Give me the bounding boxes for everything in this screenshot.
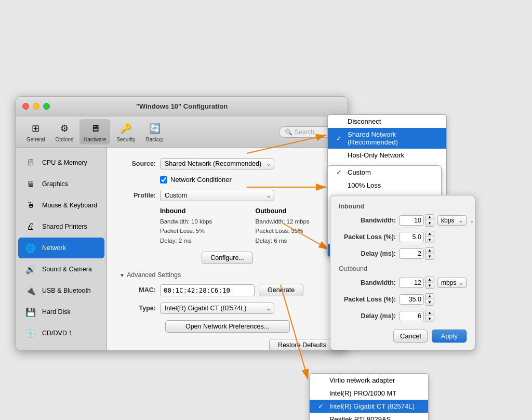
inbound-details: Bandwidth: 10 kbps Packet Loss: 5% Delay… bbox=[160, 217, 240, 245]
sidebar-item-network[interactable]: 🌐 Network bbox=[18, 238, 104, 258]
inbound-col: Inbound Bandwidth: 10 kbps Packet Loss: … bbox=[160, 207, 240, 245]
inbound-packetloss-input[interactable] bbox=[399, 232, 424, 242]
popup-disconnect[interactable]: Disconnect bbox=[328, 115, 446, 128]
conditioner-checkbox[interactable] bbox=[160, 176, 167, 183]
outbound-packetloss-up[interactable]: ▲ bbox=[425, 294, 434, 299]
inbound-delay-down[interactable]: ▼ bbox=[425, 254, 434, 259]
inbound-bandwidth-unit[interactable]: kbps mbps bbox=[437, 215, 467, 226]
outbound-delay-down[interactable]: ▼ bbox=[425, 316, 434, 322]
options-icon: ⚙ bbox=[57, 121, 72, 136]
source-select[interactable]: Shared Network (Recommended) bbox=[160, 158, 274, 169]
toolbar-options[interactable]: ⚙ Options bbox=[51, 119, 77, 145]
popup-type-virtio[interactable]: Virtio network adapter bbox=[310, 374, 428, 387]
type-dropdown-popup: Virtio network adapter Intel(R) PRO/1000… bbox=[309, 373, 429, 420]
popup-profile-custom[interactable]: ✓ Custom bbox=[328, 166, 441, 179]
conditioner-label: Network Conditioner bbox=[170, 176, 232, 183]
profile-row: Profile: Custom bbox=[119, 190, 335, 201]
sidebar-item-mouse-keyboard[interactable]: 🖱 Mouse & Keyboard bbox=[18, 195, 104, 216]
outbound-section-label: Outbound bbox=[339, 265, 467, 272]
hard-disk-icon: 💾 bbox=[23, 305, 38, 319]
sidebar-item-cddvd1[interactable]: 💿 CD/DVD 1 bbox=[18, 323, 104, 344]
inbound-packetloss-up[interactable]: ▲ bbox=[425, 231, 434, 237]
outbound-delay-input[interactable] bbox=[399, 311, 424, 321]
main-window: "Windows 10" Configuration ⊞ General ⚙ O… bbox=[16, 96, 348, 351]
sidebar-item-cpu-memory[interactable]: 🖥 CPU & Memory bbox=[18, 152, 104, 173]
hardware-icon: 🖥 bbox=[88, 121, 102, 136]
sidebar-item-graphics[interactable]: 🖥 Graphics bbox=[18, 174, 104, 194]
inbound-bandwidth-up[interactable]: ▲ bbox=[425, 215, 434, 220]
outbound-delay: Delay: 6 ms bbox=[256, 236, 336, 245]
toolbar-general[interactable]: ⊞ General bbox=[22, 119, 49, 145]
toolbar-hardware-label: Hardware bbox=[84, 137, 106, 142]
minimize-button[interactable] bbox=[33, 103, 39, 110]
network-icon: 🌐 bbox=[23, 241, 38, 255]
mac-row: MAC: Generate bbox=[119, 284, 335, 296]
sidebar-label-cpu-memory: CPU & Memory bbox=[42, 159, 87, 166]
type-select-wrapper: Intel(R) Gigabit CT (82574L) bbox=[160, 303, 274, 314]
outbound-packetloss-stepper: ▲ ▼ bbox=[399, 293, 434, 306]
outbound-delay-up[interactable]: ▲ bbox=[425, 310, 434, 316]
restore-defaults-button[interactable]: Restore Defaults bbox=[269, 339, 335, 350]
toolbar-security[interactable]: 🔑 Security bbox=[112, 119, 139, 145]
source-select-wrapper: Shared Network (Recommended) bbox=[160, 158, 274, 169]
inbound-packetloss-down[interactable]: ▼ bbox=[425, 237, 434, 243]
profile-select[interactable]: Custom bbox=[160, 190, 274, 201]
popup-profile-100loss[interactable]: 100% Loss bbox=[328, 179, 441, 192]
toolbar-general-label: General bbox=[26, 137, 45, 142]
type-select[interactable]: Intel(R) Gigabit CT (82574L) bbox=[160, 303, 274, 314]
window-body: 🖥 CPU & Memory 🖥 Graphics 🖱 Mouse & Keyb… bbox=[16, 148, 348, 350]
outbound-packetloss-input[interactable] bbox=[399, 294, 424, 305]
outbound-bandwidth-up[interactable]: ▲ bbox=[425, 277, 434, 283]
sidebar-item-usb-bluetooth[interactable]: 🔌 USB & Bluetooth bbox=[18, 280, 104, 301]
advanced-triangle-icon: ▼ bbox=[119, 272, 125, 278]
outbound-bandwidth-down[interactable]: ▼ bbox=[425, 283, 434, 288]
open-prefs-button[interactable]: Open Network Preferences... bbox=[165, 320, 290, 333]
popup-type-intel-pro[interactable]: Intel(R) PRO/1000 MT bbox=[310, 387, 428, 400]
inbound-bandwidth-stepper: ▲ ▼ bbox=[399, 214, 434, 227]
popup-host-only[interactable]: Host-Only Network bbox=[328, 149, 446, 162]
outbound-bandwidth-stepper: ▲ ▼ bbox=[399, 277, 434, 289]
configure-inbound-delay-label: Delay (ms): bbox=[339, 250, 396, 257]
cddvd1-icon: 💿 bbox=[23, 326, 38, 340]
toolbar-hardware[interactable]: 🖥 Hardware bbox=[79, 119, 110, 145]
outbound-packetloss-down[interactable]: ▼ bbox=[425, 299, 434, 305]
close-button[interactable] bbox=[22, 103, 29, 110]
bottom-bar: 🔒 Click the lock to prevent further chan… bbox=[16, 350, 348, 351]
outbound-bandwidth-input[interactable] bbox=[399, 278, 424, 288]
sidebar-item-hard-disk[interactable]: 💾 Hard Disk bbox=[18, 301, 104, 322]
outbound-packetloss-arrows: ▲ ▼ bbox=[425, 293, 434, 306]
inbound-bandwidth-down[interactable]: ▼ bbox=[425, 220, 434, 226]
generate-button[interactable]: Generate bbox=[259, 284, 303, 296]
sidebar-label-mouse-keyboard: Mouse & Keyboard bbox=[42, 202, 97, 209]
outbound-packet-loss: Packet Loss: 35% bbox=[256, 226, 336, 235]
popup-type-intel-gigabit[interactable]: ✓ Intel(R) Gigabit CT (82574L) bbox=[310, 400, 428, 413]
configure-inbound-bandwidth-row: Bandwidth: ▲ ▼ kbps mbps ⌄ bbox=[339, 214, 467, 227]
backup-icon: 🔄 bbox=[148, 121, 162, 136]
inbound-bandwidth-input[interactable] bbox=[399, 215, 424, 226]
popup-shared-network[interactable]: ✓ Shared Network (Recommended) bbox=[328, 128, 446, 149]
advanced-section: ▼ Advanced Settings MAC: Generate Type: … bbox=[119, 271, 335, 314]
outbound-bandwidth-arrows: ▲ ▼ bbox=[425, 277, 434, 289]
maximize-button[interactable] bbox=[43, 103, 50, 110]
outbound-details: Bandwidth: 12 mbps Packet Loss: 35% Dela… bbox=[256, 217, 336, 245]
configure-apply-button[interactable]: Apply bbox=[432, 330, 467, 343]
sidebar-item-cddvd2[interactable]: 💿 CD/DVD 2 bbox=[18, 344, 104, 350]
disconnect-label: Disconnect bbox=[348, 117, 381, 125]
configure-outbound-delay-row: Delay (ms): ▲ ▼ bbox=[339, 310, 467, 322]
sidebar-item-sound-camera[interactable]: 🔊 Sound & Camera bbox=[18, 259, 104, 280]
configure-cancel-button[interactable]: Cancel bbox=[393, 330, 428, 343]
traffic-lights bbox=[22, 103, 50, 110]
toolbar-backup[interactable]: 🔄 Backup bbox=[142, 119, 168, 145]
configure-button[interactable]: Configure... bbox=[202, 252, 253, 264]
sidebar-item-shared-printers[interactable]: 🖨 Shared Printers bbox=[18, 216, 104, 237]
configure-inbound-packetloss-row: Packet Loss (%): ▲ ▼ bbox=[339, 231, 467, 243]
outbound-bandwidth-unit[interactable]: kbps mbps bbox=[437, 278, 467, 288]
configure-outbound-packetloss-label: Packet Loss (%): bbox=[339, 296, 396, 303]
inbound-bandwidth-arrows: ▲ ▼ bbox=[425, 214, 434, 227]
inbound-bandwidth: Bandwidth: 10 kbps bbox=[160, 217, 240, 226]
inbound-delay-up[interactable]: ▲ bbox=[425, 248, 434, 254]
mac-input[interactable] bbox=[160, 284, 255, 296]
popup-type-realtek[interactable]: Realtek RTL8029AS bbox=[310, 413, 428, 420]
configure-button-row: Configure... bbox=[119, 252, 335, 264]
inbound-delay-input[interactable] bbox=[399, 248, 424, 259]
